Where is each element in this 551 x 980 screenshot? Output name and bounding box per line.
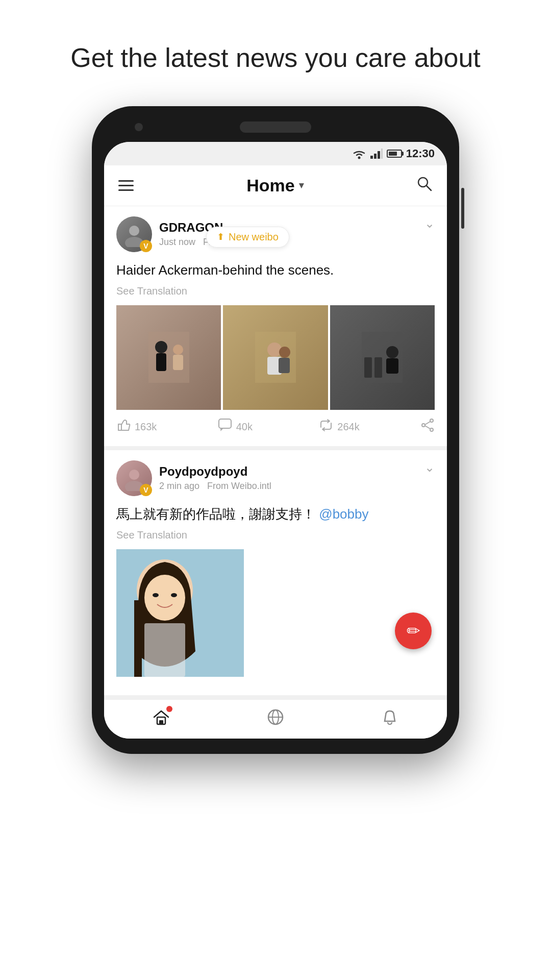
nav-home[interactable]	[152, 708, 170, 730]
svg-point-25	[430, 419, 433, 422]
svg-rect-11	[156, 353, 166, 371]
nav-discover[interactable]	[266, 708, 285, 730]
svg-rect-21	[374, 357, 382, 378]
header-title[interactable]: Home ▾	[246, 176, 303, 195]
comment-button-1[interactable]: 40k	[218, 418, 319, 436]
earpiece-speaker	[240, 121, 311, 133]
page-headline: Get the latest news you care about	[40, 0, 511, 106]
phone-frame: 12:30 Home ▾	[92, 106, 459, 754]
post-2-image-1	[116, 549, 244, 677]
front-camera	[135, 123, 143, 131]
post-2: V Poydpoydpoyd 2 min ago From Weibo.intl…	[104, 450, 447, 699]
signal-icon	[370, 149, 383, 159]
like-icon-1	[116, 418, 131, 436]
status-bar: 12:30	[104, 142, 447, 165]
repost-icon-1	[319, 418, 333, 436]
comment-count-1: 40k	[236, 421, 253, 433]
new-weibo-label: New weibo	[229, 231, 279, 243]
wifi-icon	[352, 148, 366, 159]
svg-rect-1	[370, 156, 373, 159]
author-meta-2: 2 min ago From Weibo.intl	[159, 481, 271, 492]
author-info-2: Poydpoydpoyd 2 min ago From Weibo.intl	[159, 464, 271, 492]
repost-button-1[interactable]: 264k	[319, 418, 420, 436]
post-2-dropdown-icon[interactable]: ⌄	[424, 460, 435, 475]
post-2-images	[116, 549, 435, 677]
see-translation-2[interactable]: See Translation	[116, 529, 435, 541]
svg-point-0	[358, 156, 360, 159]
post-2-header: V Poydpoydpoyd 2 min ago From Weibo.intl…	[116, 460, 435, 496]
svg-point-26	[430, 428, 433, 431]
svg-rect-23	[386, 358, 398, 374]
post-1-dropdown-icon[interactable]: ⌄	[424, 216, 435, 231]
svg-point-7	[129, 226, 139, 236]
svg-line-28	[425, 422, 430, 425]
svg-point-38	[153, 593, 159, 597]
post-1-image-2	[223, 305, 328, 410]
new-weibo-toast[interactable]: ⬆ New weibo	[206, 227, 289, 248]
svg-point-17	[279, 347, 290, 358]
power-button	[461, 188, 464, 229]
like-button-1[interactable]: 163k	[116, 418, 218, 436]
svg-point-30	[129, 470, 139, 480]
svg-point-27	[422, 424, 425, 427]
svg-rect-24	[219, 419, 231, 428]
svg-point-22	[386, 346, 398, 358]
like-count-1: 163k	[135, 421, 157, 433]
home-notification-dot	[166, 706, 172, 712]
nav-notifications[interactable]	[381, 708, 399, 730]
post-1-image-3	[330, 305, 435, 410]
phone-screen: 12:30 Home ▾	[104, 142, 447, 739]
svg-line-6	[427, 186, 431, 190]
post-1-actions: 163k 40k	[116, 418, 435, 436]
post-1-content: Haider Ackerman-behind the scenes.	[116, 260, 435, 280]
svg-point-39	[171, 593, 177, 597]
status-time: 12:30	[406, 147, 435, 160]
battery-icon	[387, 150, 402, 158]
avatar-container-2: V	[116, 460, 152, 496]
compose-fab[interactable]: ✏	[395, 612, 432, 649]
svg-point-15	[267, 342, 282, 357]
bell-icon	[381, 708, 399, 730]
see-translation-1[interactable]: See Translation	[116, 285, 435, 297]
status-icons: 12:30	[352, 147, 435, 160]
discover-icon	[266, 708, 285, 730]
verified-badge-2: V	[140, 484, 152, 496]
svg-rect-18	[279, 358, 290, 373]
svg-rect-20	[364, 357, 372, 378]
home-label: Home	[246, 176, 294, 195]
new-weibo-arrow-icon: ⬆	[217, 231, 224, 242]
svg-rect-13	[173, 355, 183, 370]
post-1-image-1	[116, 305, 221, 410]
svg-point-12	[173, 345, 183, 355]
post-2-author: V Poydpoydpoyd 2 min ago From Weibo.intl	[116, 460, 271, 496]
svg-rect-40	[144, 623, 185, 677]
app-header: Home ▾	[104, 165, 447, 206]
mention-bobby[interactable]: @bobby	[319, 506, 368, 522]
svg-rect-2	[374, 154, 377, 159]
dropdown-arrow-icon: ▾	[299, 180, 304, 191]
svg-point-10	[155, 341, 167, 353]
svg-point-37	[144, 575, 185, 621]
menu-button[interactable]	[118, 180, 134, 191]
compose-icon: ✏	[407, 621, 420, 641]
post-2-content: 馬上就有新的作品啦，謝謝支持！ @bobby	[116, 504, 435, 524]
verified-badge-1: V	[140, 240, 152, 252]
svg-line-29	[425, 426, 430, 429]
phone-top-bar	[104, 121, 447, 133]
comment-icon-1	[218, 418, 232, 436]
svg-rect-46	[159, 720, 163, 724]
post-1-images	[116, 305, 435, 410]
svg-rect-4	[381, 149, 383, 159]
author-name-2: Poydpoydpoyd	[159, 464, 271, 479]
svg-rect-36	[134, 600, 142, 677]
search-button[interactable]	[416, 176, 433, 195]
feed-container: V GDRAGON Just now Fr... ⌄	[104, 206, 447, 699]
bottom-nav	[104, 699, 447, 739]
avatar-container-1: V	[116, 216, 152, 252]
post-1: V GDRAGON Just now Fr... ⌄	[104, 206, 447, 450]
share-button-1[interactable]	[420, 418, 435, 436]
repost-count-1: 264k	[337, 421, 359, 433]
svg-rect-3	[378, 151, 380, 159]
